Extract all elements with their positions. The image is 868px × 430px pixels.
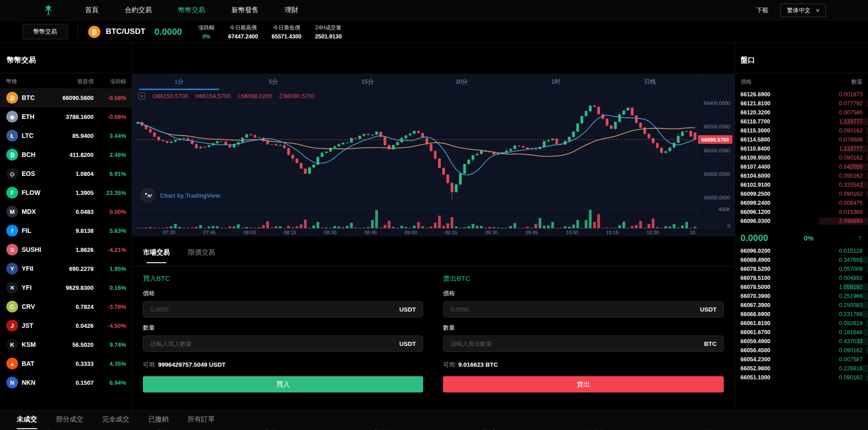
bid-row[interactable]: 66054.23000.007587 xyxy=(735,355,868,364)
orders-tab-所有訂單[interactable]: 所有訂單 xyxy=(188,415,215,429)
ticker-stats: 漲跌幅0%今日最高價67447.2400今日最低價65571.430024H成交… xyxy=(198,24,342,40)
bid-row[interactable]: 66051.10000.090162 xyxy=(735,373,868,382)
nav-item-幣幣交易[interactable]: 幣幣交易 xyxy=(178,6,205,14)
chart-panel[interactable]: 1分5分15分30分1时日线 O66150.5700H66154.5700L66… xyxy=(132,74,735,236)
trade-tab-市場交易[interactable]: 市場交易 xyxy=(143,248,170,263)
bid-row[interactable]: 66070.39000.251966 xyxy=(735,292,868,301)
jst-coin-icon: J xyxy=(6,320,18,331)
time-axis-label: 10:15 xyxy=(606,230,619,235)
coin-list-panel: 幣幣交易 幣種 最新價 漲跌幅 ₿BTC66090.5600-0.58%◆ETH… xyxy=(0,43,132,411)
price-axis-label: 65800.0000 xyxy=(704,171,730,177)
ask-row[interactable]: 66104.60000.090162 xyxy=(735,171,868,180)
timeframe-tab-1时[interactable]: 1时 xyxy=(509,74,603,90)
coin-row-jst[interactable]: JJST0.0426-4.50% xyxy=(0,316,132,335)
buy-price-input[interactable] xyxy=(143,301,423,317)
buy-amount-label: 數量 xyxy=(143,324,423,332)
orders-tab-完全成交[interactable]: 完全成交 xyxy=(102,415,129,429)
coin-row-bat[interactable]: ▲BAT0.33334.35% xyxy=(0,354,132,373)
ask-row[interactable]: 66110.84001.133777 xyxy=(735,144,868,153)
nav-item-理財[interactable]: 理財 xyxy=(285,6,298,14)
coin-row-crv[interactable]: CCRV0.7824-3.78% xyxy=(0,297,132,316)
ask-row[interactable]: 66099.25000.090162 xyxy=(735,189,868,198)
order-book-panel: 盤口 價格 數量 66126.69000.00187366121.81000.0… xyxy=(735,43,868,411)
buy-button[interactable]: 買入 xyxy=(143,376,423,392)
download-link[interactable]: 下載 xyxy=(756,6,769,14)
timeframe-tab-15分[interactable]: 15分 xyxy=(321,74,415,90)
order-status-tabs: 未成交部分成交完全成交已撤銷所有訂單 xyxy=(17,415,215,429)
nav-item-新幣發售[interactable]: 新幣發售 xyxy=(231,6,259,14)
orders-tab-部分成交[interactable]: 部分成交 xyxy=(56,415,83,429)
coin-row-eth[interactable]: ◆ETH3788.1600-0.08% xyxy=(0,107,132,126)
ask-row[interactable]: 66099.24000.006475 xyxy=(735,198,868,208)
bid-row[interactable]: 66066.69000.231766 xyxy=(735,310,868,319)
coin-row-ltc[interactable]: ŁLTC85.94003.44% xyxy=(0,126,132,145)
trade-tabs: 市場交易限價交易 xyxy=(143,248,215,263)
order-book-headers: 價格 數量 xyxy=(741,78,863,86)
tradingview-attribution[interactable]: Chart by TradingView xyxy=(140,188,220,203)
ask-row[interactable]: 66096.03002.098893 xyxy=(735,217,868,226)
bid-row[interactable]: 66096.02000.015128 xyxy=(735,246,868,255)
timeframe-tab-30分[interactable]: 30分 xyxy=(415,74,509,90)
ask-row[interactable]: 66102.91000.333542 xyxy=(735,180,868,189)
bid-row[interactable]: 66078.50001.058192 xyxy=(735,283,868,292)
bid-row[interactable]: 66061.81000.092618 xyxy=(735,319,868,328)
coin-row-btc[interactable]: ₿BTC66090.5600-0.58% xyxy=(0,88,132,107)
time-axis-label: 09:30 xyxy=(485,230,498,235)
sell-available: 可用:9.016623 BTC xyxy=(443,361,724,369)
sell-button[interactable]: 賣出 xyxy=(443,376,724,392)
sell-price-input[interactable] xyxy=(443,301,724,317)
ask-row[interactable]: 66118.77001.133777 xyxy=(735,117,868,126)
divider xyxy=(0,73,132,73)
phoenix-logo-icon[interactable] xyxy=(42,4,55,17)
nav-item-首頁[interactable]: 首頁 xyxy=(85,6,99,14)
ask-row[interactable]: 66126.69000.001873 xyxy=(735,90,868,99)
bid-row[interactable]: 66061.67000.181648 xyxy=(735,328,868,337)
nav-item-合約交易[interactable]: 合約交易 xyxy=(125,6,152,14)
bid-row[interactable]: 66056.45000.090162 xyxy=(735,346,868,355)
bid-row[interactable]: 66078.51000.004892 xyxy=(735,274,868,283)
spot-market-button[interactable]: 幣幣交易 xyxy=(23,24,68,39)
timeframe-tab-日线[interactable]: 日线 xyxy=(603,74,697,90)
ask-row[interactable]: 66114.58000.078686 xyxy=(735,135,868,144)
current-change-percent: 0% xyxy=(804,234,814,242)
timeframe-tab-1分[interactable]: 1分 xyxy=(132,74,226,90)
ask-row[interactable]: 66107.44000.842050 xyxy=(735,162,868,171)
ask-row[interactable]: 66096.12000.015368 xyxy=(735,208,868,217)
orders-tab-已撤銷[interactable]: 已撤銷 xyxy=(148,415,169,429)
coin-row-eos[interactable]: ◇EOS1.08046.91% xyxy=(0,164,132,183)
coin-row-ksm[interactable]: KKSM56.50209.74% xyxy=(0,335,132,354)
ask-row[interactable]: 66120.32000.007580 xyxy=(735,108,868,117)
stat-今日最低價: 今日最低價65571.4300 xyxy=(272,24,302,40)
sell-price-unit: USDT xyxy=(700,306,717,313)
last-price-tag: 66090.5700 xyxy=(698,135,732,144)
price-axis-label: 66200.0000 xyxy=(704,124,730,129)
coin-row-yfi[interactable]: ✕YFI9629.83000.16% xyxy=(0,278,132,297)
ask-row[interactable]: 66115.30000.090162 xyxy=(735,126,868,135)
bat-coin-icon: ▲ xyxy=(6,358,18,369)
coin-row-sushi[interactable]: SSUSHI1.8626-4.21% xyxy=(0,240,132,259)
coin-row-flow[interactable]: FFLOW1.390523.35% xyxy=(0,183,132,202)
coin-row-mdx[interactable]: MMDX0.04830.00% xyxy=(0,202,132,221)
orders-tab-未成交[interactable]: 未成交 xyxy=(17,415,37,429)
coin-row-bch[interactable]: ₿BCH411.82002.46% xyxy=(0,145,132,164)
eth-coin-icon: ◆ xyxy=(6,111,18,123)
bid-row[interactable]: 66052.98000.226816 xyxy=(735,364,868,373)
coin-row-nkn[interactable]: NNKN0.15076.94% xyxy=(0,373,132,392)
trade-tab-限價交易[interactable]: 限價交易 xyxy=(188,248,215,263)
bid-row[interactable]: 66078.52000.057006 xyxy=(735,265,868,274)
coin-row-fil[interactable]: fFIL9.81385.63% xyxy=(0,221,132,240)
coin-row-yfii[interactable]: YYFII690.22781.95% xyxy=(0,259,132,278)
language-selector[interactable]: 繁体中文 ∨ xyxy=(780,4,826,17)
maximize-icon[interactable] xyxy=(138,93,145,99)
bid-row[interactable]: 66067.39000.250083 xyxy=(735,301,868,310)
buy-amount-input[interactable] xyxy=(143,335,423,352)
sell-amount-input[interactable] xyxy=(443,335,724,352)
header-amount: 數量 xyxy=(851,78,863,86)
ask-row[interactable]: 66109.95000.090162 xyxy=(735,153,868,162)
ohlc-value: H66154.5700 xyxy=(195,93,231,99)
bid-row[interactable]: 66059.49000.437033 xyxy=(735,337,868,346)
bid-row[interactable]: 66089.49000.347691 xyxy=(735,255,868,265)
timeframe-tab-5分[interactable]: 5分 xyxy=(226,74,320,90)
ask-row[interactable]: 66121.81000.077792 xyxy=(735,99,868,108)
price-axis-label: 66000.0000 xyxy=(704,148,730,153)
